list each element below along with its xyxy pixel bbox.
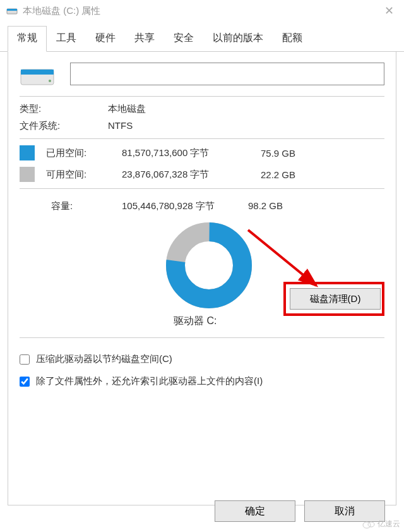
capacity-gb: 98.2 GB	[248, 200, 283, 212]
drive-label: 驱动器 C:	[174, 315, 217, 328]
type-label: 类型:	[20, 103, 108, 115]
watermark: 亿速云	[362, 519, 400, 529]
tab-tools[interactable]: 工具	[47, 26, 86, 52]
tab-strip: 常规 工具 硬件 共享 安全 以前的版本 配额	[0, 25, 404, 52]
disk-cleanup-button[interactable]: 磁盘清理(D)	[290, 288, 381, 310]
compress-checkbox-row[interactable]: 压缩此驱动器以节约磁盘空间(C)	[20, 353, 384, 365]
usage-donut-chart	[165, 221, 253, 310]
compress-label: 压缩此驱动器以节约磁盘空间(C)	[36, 353, 172, 365]
capacity-bytes: 105,446,780,928 字节	[122, 200, 248, 212]
compress-checkbox[interactable]	[20, 354, 30, 365]
separator	[20, 337, 384, 338]
titlebar: 本地磁盘 (C:) 属性 ✕	[0, 0, 404, 21]
tab-quota[interactable]: 配额	[273, 26, 312, 52]
index-label: 除了文件属性外，还允许索引此驱动器上文件的内容(I)	[36, 375, 263, 387]
separator	[20, 138, 384, 139]
drive-icon	[20, 61, 55, 87]
tab-general[interactable]: 常规	[8, 26, 47, 52]
used-bytes: 81,570,713,600 字节	[122, 147, 261, 159]
fs-value: NTFS	[108, 120, 133, 132]
free-gb: 22.2 GB	[261, 169, 295, 180]
index-checkbox[interactable]	[20, 377, 30, 387]
used-label: 已用空间:	[46, 147, 122, 159]
separator	[20, 96, 384, 97]
free-swatch	[20, 167, 35, 182]
svg-point-9	[368, 522, 374, 527]
type-value: 本地磁盘	[108, 103, 146, 115]
close-icon[interactable]: ✕	[381, 4, 398, 18]
used-swatch	[20, 145, 35, 160]
svg-rect-3	[21, 70, 54, 75]
svg-point-8	[363, 522, 371, 528]
svg-rect-1	[7, 9, 17, 11]
tab-security[interactable]: 安全	[164, 26, 203, 52]
tab-hardware[interactable]: 硬件	[86, 26, 125, 52]
tab-previous-versions[interactable]: 以前的版本	[203, 26, 273, 52]
free-bytes: 23,876,067,328 字节	[122, 169, 261, 181]
svg-point-4	[49, 80, 51, 82]
dialog-footer: 确定 取消	[215, 500, 385, 522]
capacity-label: 容量:	[20, 200, 122, 212]
general-panel: 类型: 本地磁盘 文件系统: NTFS 已用空间: 81,570,713,600…	[8, 52, 396, 505]
separator	[20, 188, 384, 189]
window-title: 本地磁盘 (C:) 属性	[23, 5, 381, 17]
tab-sharing[interactable]: 共享	[125, 26, 164, 52]
fs-label: 文件系统:	[20, 120, 108, 132]
svg-point-6	[175, 232, 242, 299]
free-label: 可用空间:	[46, 169, 122, 181]
used-gb: 75.9 GB	[261, 148, 295, 159]
svg-line-7	[248, 230, 316, 286]
drive-name-input[interactable]	[70, 63, 384, 85]
index-checkbox-row[interactable]: 除了文件属性外，还允许索引此驱动器上文件的内容(I)	[20, 375, 384, 387]
ok-button[interactable]: 确定	[215, 500, 295, 522]
drive-icon-small	[6, 4, 18, 18]
